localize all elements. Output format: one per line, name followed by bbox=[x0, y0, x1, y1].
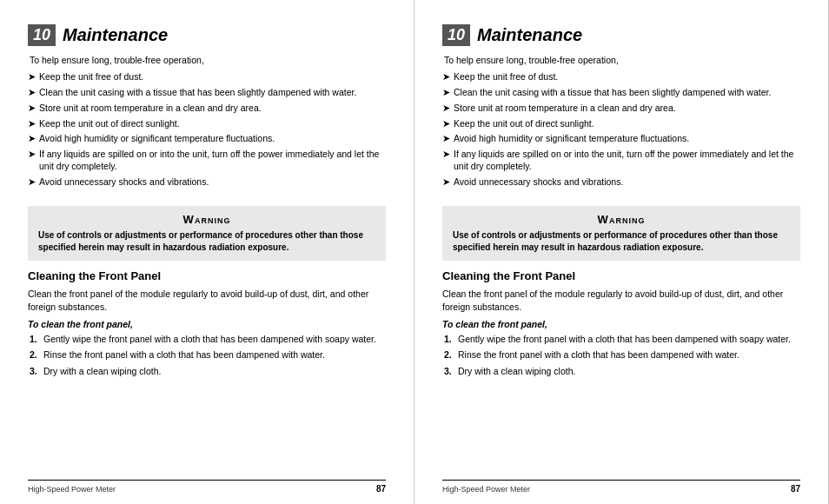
footer-label: High-Speed Power Meter bbox=[28, 485, 116, 494]
step-number: 1. bbox=[30, 333, 38, 346]
step-number: 2. bbox=[30, 348, 38, 361]
cleaning-instruction-label: To clean the front panel, bbox=[442, 319, 800, 329]
arrow-icon: ➤ bbox=[442, 132, 450, 145]
step-number: 3. bbox=[444, 365, 453, 378]
cleaning-step: 1.Gently wipe the front panel with a clo… bbox=[444, 333, 800, 346]
list-item: ➤Clean the unit casing with a tissue tha… bbox=[442, 86, 800, 99]
list-item-text: If any liquids are spilled on or into th… bbox=[39, 148, 386, 172]
chapter-title: Maintenance bbox=[477, 25, 582, 45]
warning-text: Use of controls or adjustments or perfor… bbox=[453, 229, 790, 254]
cleaning-steps: 1.Gently wipe the front panel with a clo… bbox=[444, 333, 800, 381]
footer-page-number: 87 bbox=[376, 484, 386, 494]
list-item-text: Keep the unit free of dust. bbox=[454, 70, 558, 83]
list-item-text: Clean the unit casing with a tissue that… bbox=[454, 86, 771, 98]
list-item: ➤Avoid unnecessary shocks and vibrations… bbox=[28, 176, 386, 189]
list-item: ➤Keep the unit free of dust. bbox=[442, 70, 800, 83]
list-item-text: Avoid high humidity or significant tempe… bbox=[454, 132, 689, 144]
list-item-text: Keep the unit out of direct sunlight. bbox=[454, 117, 594, 129]
arrow-icon: ➤ bbox=[28, 102, 36, 115]
cleaning-intro: Clean the front panel of the module regu… bbox=[442, 288, 800, 313]
arrow-icon: ➤ bbox=[442, 148, 450, 161]
list-item-text: Clean the unit casing with a tissue that… bbox=[39, 86, 356, 98]
step-text: Rinse the front panel with a cloth that … bbox=[458, 348, 739, 361]
warning-box: WarningUse of controls or adjustments or… bbox=[28, 206, 386, 261]
chapter-title: Maintenance bbox=[63, 25, 168, 45]
bullet-list: ➤Keep the unit free of dust.➤Clean the u… bbox=[28, 70, 386, 190]
list-item: ➤Clean the unit casing with a tissue tha… bbox=[28, 86, 386, 99]
warning-title: Warning bbox=[38, 213, 375, 226]
warning-box: WarningUse of controls or adjustments or… bbox=[442, 206, 800, 261]
list-item-text: Store unit at room temperature in a clea… bbox=[39, 102, 262, 114]
step-text: Dry with a clean wiping cloth. bbox=[43, 365, 161, 378]
cleaning-intro: Clean the front panel of the module regu… bbox=[28, 288, 386, 313]
step-text: Gently wipe the front panel with a cloth… bbox=[43, 333, 376, 346]
list-item: ➤Keep the unit out of direct sunlight. bbox=[28, 117, 386, 130]
right-page: 10MaintenanceTo help ensure long, troubl… bbox=[414, 0, 829, 504]
step-text: Dry with a clean wiping cloth. bbox=[458, 365, 575, 378]
list-item-text: Store unit at room temperature in a clea… bbox=[454, 102, 676, 114]
page-footer: High-Speed Power Meter87 bbox=[442, 480, 800, 494]
cleaning-section-title: Cleaning the Front Panel bbox=[442, 269, 800, 282]
warning-text: Use of controls or adjustments or perfor… bbox=[38, 229, 375, 254]
step-number: 2. bbox=[444, 348, 453, 361]
arrow-icon: ➤ bbox=[28, 70, 36, 83]
cleaning-section-title: Cleaning the Front Panel bbox=[28, 269, 386, 282]
list-item: ➤If any liquids are spilled on or into t… bbox=[442, 148, 800, 172]
list-item-text: If any liquids are spilled on or into th… bbox=[454, 148, 800, 172]
list-item-text: Avoid unnecessary shocks and vibrations. bbox=[39, 176, 209, 188]
arrow-icon: ➤ bbox=[442, 176, 450, 189]
cleaning-step: 1.Gently wipe the front panel with a clo… bbox=[30, 333, 386, 346]
intro-text: To help ensure long, trouble-free operat… bbox=[30, 55, 386, 65]
cleaning-step: 3.Dry with a clean wiping cloth. bbox=[444, 365, 800, 378]
list-item: ➤Store unit at room temperature in a cle… bbox=[28, 102, 386, 115]
arrow-icon: ➤ bbox=[442, 117, 450, 130]
warning-title: Warning bbox=[453, 213, 790, 226]
step-text: Gently wipe the front panel with a cloth… bbox=[458, 333, 791, 346]
cleaning-step: 2.Rinse the front panel with a cloth tha… bbox=[30, 348, 386, 361]
step-number: 3. bbox=[30, 365, 38, 378]
arrow-icon: ➤ bbox=[28, 117, 36, 130]
chapter-header: 10Maintenance bbox=[28, 24, 386, 46]
list-item: ➤Keep the unit free of dust. bbox=[28, 70, 386, 83]
arrow-icon: ➤ bbox=[28, 86, 36, 99]
cleaning-step: 2.Rinse the front panel with a cloth tha… bbox=[444, 348, 800, 361]
intro-text: To help ensure long, trouble-free operat… bbox=[444, 55, 800, 65]
list-item: ➤If any liquids are spilled on or into t… bbox=[28, 148, 386, 172]
list-item-text: Avoid unnecessary shocks and vibrations. bbox=[454, 176, 623, 188]
list-item: ➤Keep the unit out of direct sunlight. bbox=[442, 117, 800, 130]
list-item-text: Keep the unit out of direct sunlight. bbox=[39, 117, 180, 129]
list-item: ➤Avoid high humidity or significant temp… bbox=[28, 132, 386, 145]
chapter-number: 10 bbox=[28, 24, 56, 46]
bullet-list: ➤Keep the unit free of dust.➤Clean the u… bbox=[442, 70, 800, 190]
list-item: ➤Avoid unnecessary shocks and vibrations… bbox=[442, 176, 800, 189]
footer-label: High-Speed Power Meter bbox=[442, 485, 530, 494]
arrow-icon: ➤ bbox=[442, 102, 450, 115]
list-item-text: Keep the unit free of dust. bbox=[39, 70, 143, 83]
arrow-icon: ➤ bbox=[28, 148, 36, 161]
step-number: 1. bbox=[444, 333, 453, 346]
page-footer: High-Speed Power Meter87 bbox=[28, 480, 386, 494]
arrow-icon: ➤ bbox=[442, 86, 450, 99]
list-item: ➤Store unit at room temperature in a cle… bbox=[442, 102, 800, 115]
left-page: 10MaintenanceTo help ensure long, troubl… bbox=[0, 0, 414, 504]
cleaning-steps: 1.Gently wipe the front panel with a clo… bbox=[30, 333, 386, 381]
list-item-text: Avoid high humidity or significant tempe… bbox=[39, 132, 275, 144]
chapter-number: 10 bbox=[442, 24, 470, 46]
step-text: Rinse the front panel with a cloth that … bbox=[43, 348, 325, 361]
cleaning-step: 3.Dry with a clean wiping cloth. bbox=[30, 365, 386, 378]
arrow-icon: ➤ bbox=[28, 176, 36, 189]
footer-page-number: 87 bbox=[791, 484, 800, 494]
cleaning-instruction-label: To clean the front panel, bbox=[28, 319, 386, 329]
list-item: ➤Avoid high humidity or significant temp… bbox=[442, 132, 800, 145]
chapter-header: 10Maintenance bbox=[442, 24, 800, 46]
arrow-icon: ➤ bbox=[442, 70, 450, 83]
arrow-icon: ➤ bbox=[28, 132, 36, 145]
